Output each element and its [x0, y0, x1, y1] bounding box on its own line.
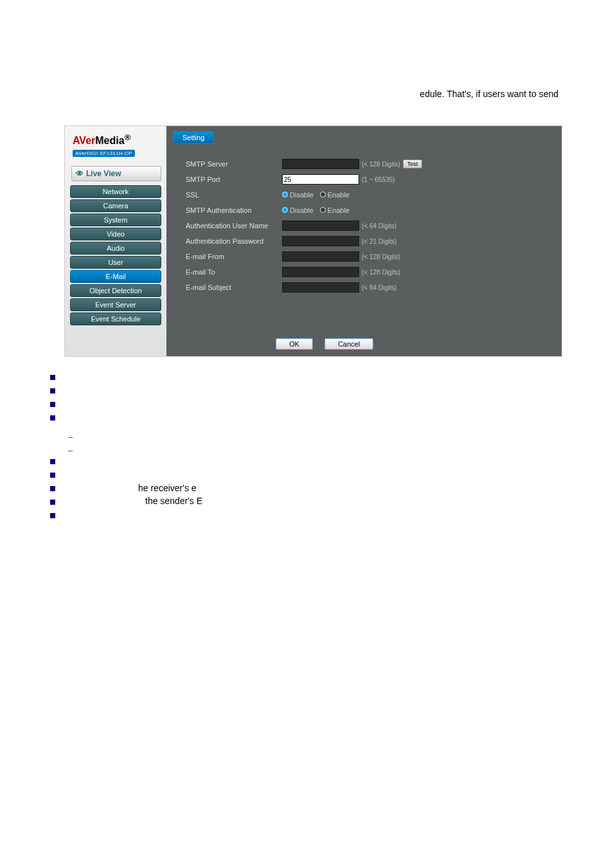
logo-brand-b: Media: [95, 135, 124, 146]
label-smtp-auth: SMTP Authentication: [186, 206, 282, 214]
label-auth-pass: Authentication Password: [186, 237, 282, 245]
input-auth-user[interactable]: [282, 221, 359, 231]
bullet-icon: [50, 459, 55, 464]
text-sender-fragment: the sender's E: [145, 496, 202, 506]
nav-object-detection[interactable]: Object Detection: [70, 284, 161, 297]
nav-video[interactable]: Video: [70, 228, 161, 240]
logo-text: AVerMedia®: [73, 132, 161, 147]
row-email-subject: E-mail Subject (< 64 Digits): [186, 280, 549, 294]
nav-user[interactable]: User: [70, 256, 161, 269]
input-email-to[interactable]: [282, 267, 359, 277]
form-buttons: OK Cancel: [276, 338, 373, 350]
bullet-icon: [50, 500, 55, 505]
text-receiver-fragment: he receiver's e: [138, 483, 197, 493]
ssl-disable-label: Disable: [290, 191, 314, 199]
nav-email[interactable]: E-Mail: [70, 270, 161, 283]
settings-form: SMTP Server (< 128 Digits) Test SMTP Por…: [186, 157, 549, 296]
ssl-disable-option[interactable]: Disable: [282, 191, 314, 199]
label-smtp-port: SMTP Port: [186, 176, 282, 183]
bullet-icon: [50, 388, 55, 393]
auth-enable-label: Enable: [328, 206, 350, 214]
nav-event-server[interactable]: Event Server: [70, 298, 161, 311]
cancel-button[interactable]: Cancel: [324, 338, 373, 350]
nav-list: Network Camera System Video Audio User E…: [70, 185, 161, 325]
test-button[interactable]: Test: [403, 159, 423, 168]
left-sidebar: AVerMedia® AVerDIGI SF1311H-CP 👁Live Vie…: [65, 126, 166, 356]
eye-icon: 👁: [76, 169, 84, 178]
live-view-label: Live View: [86, 169, 121, 178]
input-email-from[interactable]: [282, 251, 359, 262]
input-smtp-port[interactable]: [282, 174, 359, 185]
bullet-icon: [50, 486, 55, 491]
nav-network[interactable]: Network: [70, 185, 161, 198]
row-smtp-server: SMTP Server (< 128 Digits) Test: [186, 157, 549, 171]
content-panel: Setting SMTP Server (< 128 Digits) Test …: [166, 126, 562, 356]
settings-screenshot: AVerMedia® AVerDIGI SF1311H-CP 👁Live Vie…: [64, 125, 562, 357]
row-smtp-auth: SMTP Authentication Disable Enable: [186, 203, 549, 217]
label-email-subject: E-mail Subject: [186, 284, 282, 291]
logo-brand-a: AVer: [73, 135, 95, 146]
label-email-from: E-mail From: [186, 253, 282, 260]
hint-email-from: (< 128 Digits): [362, 253, 400, 260]
label-email-to: E-mail To: [186, 268, 282, 276]
bullet-list-1: [50, 375, 55, 429]
radio-dot-icon: [320, 192, 326, 197]
nav-event-schedule[interactable]: Event Schedule: [70, 312, 161, 325]
dash-list: – –: [68, 430, 73, 457]
bullet-icon: [50, 402, 55, 407]
auth-disable-option[interactable]: Disable: [282, 206, 314, 214]
hint-email-to: (< 128 Digits): [362, 269, 400, 276]
ssl-enable-option[interactable]: Enable: [320, 191, 350, 199]
radio-dot-icon: [282, 192, 288, 197]
nav-camera[interactable]: Camera: [70, 199, 161, 212]
dash-1: –: [68, 430, 73, 444]
bullet-icon: [50, 473, 55, 478]
logo-subline: AVerDIGI SF1311H-CP: [73, 150, 135, 157]
auth-disable-label: Disable: [290, 206, 314, 214]
hint-smtp-port: (1 ~ 65535): [362, 176, 395, 183]
bullet-icon: [50, 415, 55, 420]
hint-email-subject: (< 64 Digits): [362, 284, 396, 291]
input-email-subject[interactable]: [282, 282, 359, 293]
nav-audio[interactable]: Audio: [70, 242, 161, 255]
nav-system[interactable]: System: [70, 213, 161, 226]
hint-auth-pass: (< 21 Digits): [362, 238, 396, 245]
hint-auth-user: (< 64 Digits): [362, 222, 396, 230]
ssl-enable-label: Enable: [328, 191, 350, 199]
auth-radios: Disable Enable: [282, 206, 350, 214]
bullet-list-2: [50, 459, 55, 527]
input-smtp-server[interactable]: [282, 159, 359, 169]
ssl-radios: Disable Enable: [282, 191, 350, 199]
auth-enable-option[interactable]: Enable: [320, 206, 350, 214]
radio-dot-icon: [320, 207, 326, 213]
label-auth-user: Authentication User Name: [186, 222, 282, 230]
live-view-button[interactable]: 👁Live View: [71, 166, 161, 181]
row-email-from: E-mail From (< 128 Digits): [186, 249, 549, 264]
setting-tab[interactable]: Setting: [173, 131, 214, 144]
input-auth-pass[interactable]: [282, 236, 359, 246]
dash-2: –: [68, 444, 73, 457]
row-auth-user: Authentication User Name (< 64 Digits): [186, 219, 549, 233]
row-smtp-port: SMTP Port (1 ~ 65535): [186, 172, 549, 186]
row-email-to: E-mail To (< 128 Digits): [186, 265, 549, 279]
hint-smtp-server: (< 128 Digits): [362, 161, 400, 168]
logo: AVerMedia® AVerDIGI SF1311H-CP: [65, 126, 166, 159]
logo-tm: ®: [125, 132, 131, 142]
ok-button[interactable]: OK: [276, 338, 313, 350]
bullet-icon: [50, 375, 55, 380]
row-ssl: SSL Disable Enable: [186, 188, 549, 202]
label-smtp-server: SMTP Server: [186, 160, 282, 168]
truncated-paragraph-text: edule. That's, if users want to send: [420, 89, 558, 99]
row-auth-pass: Authentication Password (< 21 Digits): [186, 234, 549, 248]
bullet-icon: [50, 513, 55, 518]
label-ssl: SSL: [186, 191, 282, 199]
radio-dot-icon: [282, 207, 288, 213]
